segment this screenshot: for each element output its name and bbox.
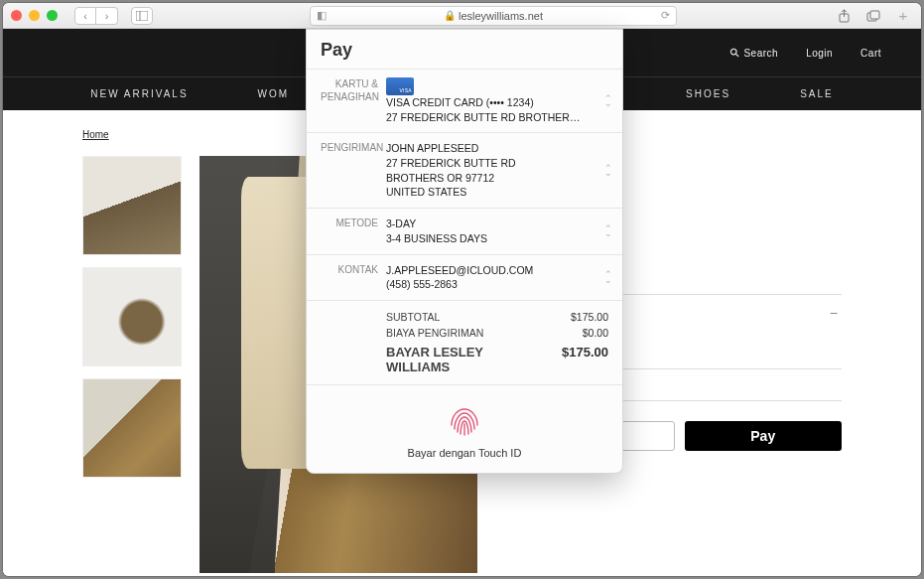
sheet-header: Pay xyxy=(307,30,622,69)
card-line2: 27 FREDERICK BUTTE RD BROTHER… xyxy=(386,110,580,125)
lock-icon: 🔒 xyxy=(444,10,456,21)
contact-email: J.APPLESEED@ICLOUD.COM xyxy=(386,263,608,278)
sheet-row-shipping[interactable]: PENGIRIMAN JOHN APPLESEED 27 FREDERICK B… xyxy=(307,132,622,208)
tabs-button[interactable] xyxy=(863,7,883,25)
method-line1: 3-DAY xyxy=(386,217,608,231)
minimize-window-button[interactable] xyxy=(29,10,40,21)
apple-pay-button[interactable]: Pay xyxy=(685,421,843,451)
chevron-updown-icon: ⌃⌄ xyxy=(604,95,612,106)
chevron-updown-icon: ⌃⌄ xyxy=(604,272,612,283)
zoom-window-button[interactable] xyxy=(47,10,58,21)
sheet-footer: Bayar dengan Touch ID xyxy=(307,384,622,473)
nav-shoes[interactable]: SHOES xyxy=(686,88,730,99)
search-link[interactable]: Search xyxy=(730,46,778,60)
contact-phone: (458) 555-2863 xyxy=(386,277,608,292)
chevron-updown-icon: ⌃⌄ xyxy=(604,165,612,176)
nav-new-arrivals[interactable]: NEW ARRIVALS xyxy=(90,88,188,99)
card-art-icon xyxy=(386,77,414,95)
svg-rect-0 xyxy=(136,11,148,21)
shipcost-value: $0.00 xyxy=(549,327,608,339)
breadcrumb-home[interactable]: Home xyxy=(82,129,109,140)
sheet-row-card[interactable]: KARTU & PENAGIHAN VISA CREDIT CARD (••••… xyxy=(307,69,622,132)
sheet-totals: SUBTOTAL$175.00 BIAYA PENGIRIMAN$0.00 BA… xyxy=(307,300,622,378)
new-tab-button[interactable]: + xyxy=(893,7,913,25)
thumbnail-1[interactable] xyxy=(82,156,182,255)
label-card-1: KARTU & xyxy=(321,77,378,90)
grandtotal-value: $175.00 xyxy=(549,345,608,374)
ship-addr1: 27 FREDERICK BUTTE RD xyxy=(386,156,608,171)
minus-icon: − xyxy=(830,303,838,324)
ship-addr2: BROTHERS OR 97712 xyxy=(386,171,608,186)
method-line2: 3-4 BUSINESS DAYS xyxy=(386,231,608,246)
subtotal-value: $175.00 xyxy=(549,311,608,323)
label-shipping: PENGIRIMAN xyxy=(321,141,386,200)
window-controls xyxy=(11,10,58,21)
svg-rect-4 xyxy=(870,11,879,19)
apple-pay-logo: Pay xyxy=(321,40,352,60)
sheet-row-contact[interactable]: KONTAK J.APPLESEED@ICLOUD.COM (458) 555-… xyxy=(307,254,622,300)
ship-country: UNITED STATES xyxy=(386,185,608,200)
thumbnail-list xyxy=(82,156,182,573)
back-button[interactable]: ‹ xyxy=(74,7,96,25)
url-host: lesleywilliams.net xyxy=(459,10,543,22)
address-bar[interactable]: ◧ 🔒 lesleywilliams.net ⟳ xyxy=(310,6,677,26)
close-window-button[interactable] xyxy=(11,10,22,21)
touch-id-label: Bayar dengan Touch ID xyxy=(307,447,622,459)
sidebar-button[interactable] xyxy=(131,7,153,25)
nav-women[interactable]: WOM xyxy=(258,88,290,99)
reload-icon[interactable]: ⟳ xyxy=(661,9,670,22)
browser-window: ‹ › ◧ 🔒 lesleywilliams.net ⟳ + Search Lo… xyxy=(3,3,921,576)
grandtotal-label: BAYAR LESLEY WILLIAMS xyxy=(386,345,549,374)
chevron-updown-icon: ⌃⌄ xyxy=(604,225,612,236)
share-button[interactable] xyxy=(834,7,854,25)
subtotal-label: SUBTOTAL xyxy=(386,311,549,323)
touch-id-icon[interactable] xyxy=(444,399,485,441)
nav-buttons: ‹ › xyxy=(74,7,118,25)
titlebar: ‹ › ◧ 🔒 lesleywilliams.net ⟳ + xyxy=(3,3,921,29)
label-contact: KONTAK xyxy=(321,263,386,292)
sheet-row-method[interactable]: METODE 3-DAY 3-4 BUSINESS DAYS ⌃⌄ xyxy=(307,208,622,253)
reader-icon[interactable]: ◧ xyxy=(317,9,327,22)
label-method: METODE xyxy=(321,217,386,245)
thumbnail-3[interactable] xyxy=(82,378,182,478)
forward-button[interactable]: › xyxy=(96,7,118,25)
login-link[interactable]: Login xyxy=(806,48,833,59)
label-card-2: PENAGIHAN xyxy=(321,90,378,103)
nav-sale[interactable]: SALE xyxy=(800,88,834,99)
thumbnail-2[interactable] xyxy=(82,267,182,366)
card-line1: VISA CREDIT CARD (•••• 1234) xyxy=(386,95,580,110)
ship-name: JOHN APPLESEED xyxy=(386,141,608,156)
apple-pay-sheet: Pay KARTU & PENAGIHAN VISA CREDIT CARD (… xyxy=(306,29,623,474)
shipcost-label: BIAYA PENGIRIMAN xyxy=(386,327,549,339)
cart-link[interactable]: Cart xyxy=(860,48,881,59)
